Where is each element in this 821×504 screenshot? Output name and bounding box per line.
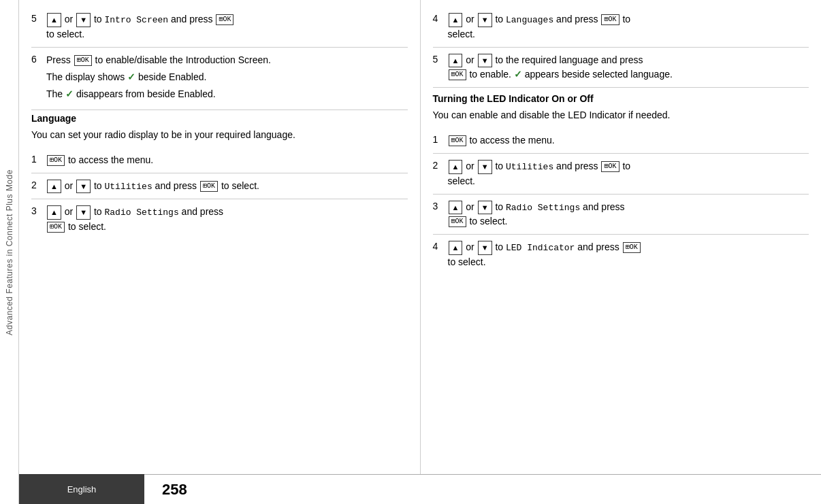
- up-arrow-t4: ▲: [449, 241, 463, 255]
- t2-press: and press: [556, 161, 600, 171]
- up-arrow-lang-3: ▲: [47, 205, 61, 220]
- ok-btn-lang-3: ⊞OK: [47, 222, 65, 233]
- ok-btn-5: ⊞OK: [216, 14, 234, 25]
- checkmark-r5: ✓: [514, 69, 522, 80]
- t3-or: or: [466, 201, 477, 212]
- up-arrow-lang-2: ▲: [47, 180, 61, 194]
- up-arrow-btn-5: ▲: [47, 13, 61, 27]
- ok-btn-t4: ⊞OK: [623, 242, 641, 253]
- up-arrow-t2: ▲: [449, 160, 463, 174]
- t4-or: or: [466, 241, 477, 252]
- step-5-press: and press: [171, 14, 215, 24]
- lang-step-2-press: and press: [155, 180, 199, 191]
- t4-to: to: [495, 241, 506, 252]
- right-step-num-4-top: 4: [433, 12, 448, 24]
- r5-or: or: [466, 54, 477, 65]
- right-step-4-top: 4 ▲ or ▼ to Languages and press ⊞OK to s…: [433, 7, 809, 48]
- down-arrow-r5: ▼: [478, 54, 492, 68]
- page-number: 258: [162, 481, 187, 499]
- language-intro: You can set your radio display to be in …: [31, 128, 408, 142]
- lang-step-1-content: ⊞OK to access the menu.: [46, 153, 408, 167]
- lang-step-3-to: to: [94, 206, 105, 217]
- turning-step-num-4: 4: [433, 240, 448, 252]
- lang-step-num-2: 2: [31, 179, 46, 190]
- turning-step-1: 1 ⊞OK to access the menu.: [433, 128, 809, 154]
- lang-step-num-3: 3: [31, 205, 46, 216]
- checkmark-2: ✓: [65, 88, 74, 99]
- right-step-num-5-top: 5: [433, 53, 448, 65]
- lang-step-2-or: or: [65, 180, 76, 191]
- turning-heading: Turning the LED Indicator On or Off: [433, 93, 809, 104]
- turning-step-3-content: ▲ or ▼ to Radio Settings and press ⊞OK t…: [448, 200, 809, 229]
- lang-step-3-press: and press: [182, 206, 223, 217]
- r4-press: and press: [556, 14, 600, 24]
- language-label: English: [67, 484, 97, 494]
- ok-btn-t2: ⊞OK: [601, 161, 619, 172]
- step-num-5: 5: [31, 12, 46, 24]
- step-5-or: or: [65, 14, 76, 24]
- r4-or: or: [466, 14, 477, 24]
- t2-select: to: [622, 161, 630, 171]
- lang-step-3-select: to select.: [68, 221, 106, 232]
- sidebar-label: Advanced Features in Connect Plus Mode: [5, 169, 14, 335]
- t4-code: LED Indicator: [506, 243, 575, 253]
- step-5-code: Intro Screen: [104, 15, 168, 25]
- left-step-5: 5 ▲ or ▼ to Intro Screen and press ⊞OK t…: [31, 7, 408, 48]
- up-arrow-r5: ▲: [449, 54, 463, 68]
- lang-step-3-or: or: [65, 206, 76, 217]
- r5-appears: appears beside selected language.: [525, 69, 673, 80]
- lang-step-1: 1 ⊞OK to access the menu.: [31, 148, 408, 173]
- lang-step-2-code: Utilities: [104, 182, 152, 192]
- turning-step-1-content: ⊞OK to access the menu.: [448, 133, 809, 148]
- down-arrow-lang-2: ▼: [76, 180, 91, 194]
- step-6-content: Press ⊞OK to enable/disable the Introduc…: [46, 53, 408, 104]
- step-5-to: to: [94, 14, 105, 24]
- turning-step-num-2: 2: [433, 159, 448, 171]
- turning-step-4-content: ▲ or ▼ to LED Indicator and press ⊞OK to…: [448, 240, 809, 269]
- turning-step-3: 3 ▲ or ▼ to Radio Settings and press ⊞OK…: [433, 195, 809, 235]
- r5-to: to the required language and press: [495, 54, 643, 65]
- turning-step-num-1: 1: [433, 133, 448, 145]
- step-num-6: 6: [31, 53, 46, 65]
- t2-or: or: [466, 161, 477, 171]
- down-arrow-t3: ▼: [478, 201, 492, 215]
- lang-step-2-select: to select.: [221, 180, 259, 191]
- up-arrow-t3: ▲: [449, 201, 463, 215]
- lang-step-3: 3 ▲ or ▼ to Radio Settings and press ⊞OK…: [31, 199, 408, 239]
- t2-code: Utilities: [506, 162, 553, 172]
- r4-to: to: [495, 14, 506, 24]
- lang-step-2-content: ▲ or ▼ to Utilities and press ⊞OK to sel…: [46, 179, 408, 194]
- r5-enable: to enable.: [469, 69, 513, 80]
- down-arrow-btn-5: ▼: [76, 13, 91, 27]
- down-arrow-t2: ▼: [478, 160, 492, 174]
- down-arrow-r4: ▼: [478, 13, 492, 27]
- lang-step-1-text: to access the menu.: [68, 154, 153, 165]
- down-arrow-t4: ▼: [478, 241, 492, 255]
- t4-press: and press: [577, 241, 622, 252]
- turning-intro: You can enable and disable the LED Indic…: [433, 108, 809, 122]
- t2-to: to: [495, 161, 506, 171]
- right-step-5-top: 5 ▲ or ▼ to the required language and pr…: [433, 48, 809, 88]
- ok-btn-t1: ⊞OK: [449, 135, 466, 146]
- t2-select2: select.: [448, 175, 475, 186]
- right-step-4-top-content: ▲ or ▼ to Languages and press ⊞OK to sel…: [448, 12, 809, 41]
- ok-btn-r5: ⊞OK: [449, 69, 466, 80]
- down-arrow-lang-3: ▼: [76, 205, 91, 220]
- step-6-line2: The display shows ✓ beside Enabled.: [46, 70, 408, 84]
- ok-btn-r4: ⊞OK: [601, 14, 619, 25]
- lang-step-3-content: ▲ or ▼ to Radio Settings and press ⊞OK t…: [46, 205, 408, 234]
- left-column: 5 ▲ or ▼ to Intro Screen and press ⊞OK t…: [19, 0, 421, 474]
- turning-step-1-text: to access the menu.: [469, 135, 554, 146]
- ok-btn-6: ⊞OK: [74, 55, 92, 66]
- lang-step-2-to: to: [94, 180, 105, 191]
- language-badge: English: [19, 474, 144, 504]
- turning-step-4: 4 ▲ or ▼ to LED Indicator and press ⊞OK …: [433, 235, 809, 275]
- step-5-select: to select.: [46, 29, 84, 39]
- right-column: 4 ▲ or ▼ to Languages and press ⊞OK to s…: [421, 0, 822, 474]
- lang-step-2: 2 ▲ or ▼ to Utilities and press ⊞OK to s…: [31, 173, 408, 200]
- up-arrow-r4: ▲: [449, 13, 463, 27]
- t3-select: to select.: [469, 216, 507, 226]
- step-5-content: ▲ or ▼ to Intro Screen and press ⊞OK to …: [46, 12, 408, 41]
- step-6-line3: The ✓ disappears from beside Enabled.: [46, 87, 408, 101]
- turning-step-2: 2 ▲ or ▼ to Utilities and press ⊞OK to s…: [433, 154, 809, 195]
